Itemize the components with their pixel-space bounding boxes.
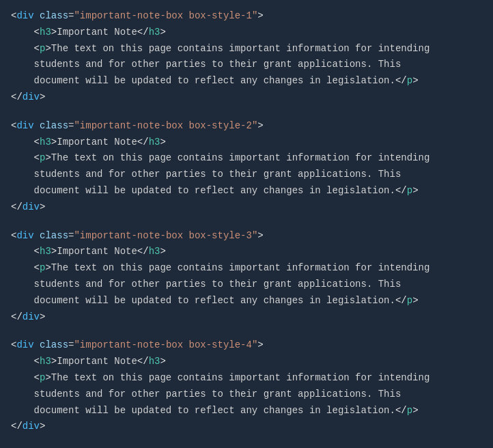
p-end-tag-3: p bbox=[407, 295, 412, 306]
div-close-line-3: </div> bbox=[11, 309, 482, 326]
h3-open-4: < bbox=[34, 356, 40, 367]
h3-close-4: > bbox=[51, 356, 57, 367]
p-end-tag-4: p bbox=[407, 405, 412, 416]
class-val-3: "important-note-box box-style-3" bbox=[74, 230, 257, 241]
p-line-1a: <p>The text on this page contains import… bbox=[11, 41, 482, 57]
p-line-2c: document will be updated to reflect any … bbox=[11, 183, 482, 199]
div-end-tag-3: div bbox=[23, 311, 40, 322]
p-text-1c: document will be updated to reflect any … bbox=[34, 75, 326, 86]
p-line-2a: <p>The text on this page contains import… bbox=[11, 150, 482, 167]
p-open-2: < bbox=[34, 152, 40, 163]
div-end-3: </ bbox=[11, 311, 23, 322]
close-bracket-3: > bbox=[257, 230, 263, 241]
class-attr-3: class bbox=[40, 230, 68, 241]
p-close-2: > bbox=[45, 152, 51, 163]
p-end-tag-2: p bbox=[407, 185, 412, 196]
class-val-4: "important-note-box box-style-4" bbox=[74, 339, 257, 350]
p-text-1a: The text on this page contains important… bbox=[51, 43, 430, 54]
close-bracket-2: > bbox=[257, 120, 263, 131]
p-line-2b: students and for other parties to their … bbox=[11, 167, 482, 183]
p-text-1b: students and for other parties to their … bbox=[34, 59, 402, 70]
legislation-1: legislation. bbox=[326, 75, 395, 86]
div-end-tag-1: div bbox=[23, 92, 40, 102]
code-block-3: <div class="important-note-box box-style… bbox=[11, 228, 482, 326]
h3-end-close-1: > bbox=[160, 27, 165, 38]
h3-end-close-2: > bbox=[160, 137, 165, 148]
p-text-4a: The text on this page contains important… bbox=[51, 372, 430, 383]
div-open-line-1: <div class="important-note-box box-style… bbox=[11, 8, 482, 25]
p-end-4: </ bbox=[395, 405, 407, 416]
h3-tag-4: h3 bbox=[40, 356, 51, 367]
class-attr-2: class bbox=[40, 120, 68, 131]
p-line-4a: <p>The text on this page contains import… bbox=[11, 370, 482, 387]
p-open-1: < bbox=[34, 43, 40, 54]
h3-end-close-4: > bbox=[160, 356, 165, 367]
p-open-3: < bbox=[34, 262, 40, 273]
h3-open-2: < bbox=[34, 137, 40, 148]
p-line-1b: students and for other parties to their … bbox=[11, 57, 482, 73]
p-end-close-3: > bbox=[412, 295, 418, 306]
p-end-3: </ bbox=[395, 295, 407, 306]
div-end-1: </ bbox=[11, 92, 23, 102]
h3-open-3: < bbox=[34, 246, 40, 257]
close-bracket-1: > bbox=[257, 10, 263, 21]
p-end-2: </ bbox=[395, 185, 407, 196]
h3-tag-2: h3 bbox=[40, 137, 51, 148]
p-text-4c: document will be updated to reflect any … bbox=[34, 405, 326, 416]
p-line-3b: students and for other parties to their … bbox=[11, 277, 482, 293]
h3-line-1: <h3>Important Note</h3> bbox=[11, 25, 482, 41]
h3-end-tag-1: h3 bbox=[149, 27, 160, 38]
p-end-1: </ bbox=[395, 75, 407, 86]
h3-end-4: </ bbox=[137, 356, 149, 367]
h3-end-1: </ bbox=[137, 27, 149, 38]
h3-end-close-3: > bbox=[160, 246, 165, 257]
p-line-4b: students and for other parties to their … bbox=[11, 387, 482, 403]
code-editor: <div class="important-note-box box-style… bbox=[11, 8, 482, 435]
p-text-4b: students and for other parties to their … bbox=[34, 389, 402, 400]
h3-tag-3: h3 bbox=[40, 246, 51, 257]
code-block-1: <div class="important-note-box box-style… bbox=[11, 8, 482, 106]
code-block-4: <div class="important-note-box box-style… bbox=[11, 337, 482, 435]
p-text-2c: document will be updated to reflect any … bbox=[34, 185, 326, 196]
div-end-4: </ bbox=[11, 421, 23, 432]
legislation-3: legislation. bbox=[326, 295, 395, 306]
p-end-close-4: > bbox=[412, 405, 418, 416]
h3-end-tag-4: h3 bbox=[149, 356, 160, 367]
div-tag-3: div bbox=[16, 230, 33, 241]
p-text-3a: The text on this page contains important… bbox=[51, 262, 430, 273]
p-end-close-2: > bbox=[412, 185, 418, 196]
legislation-4: legislation. bbox=[326, 405, 395, 416]
p-close-3: > bbox=[45, 262, 51, 273]
h3-text-4: Important Note bbox=[57, 356, 137, 367]
h3-text-1: Important Note bbox=[57, 27, 137, 38]
p-line-3a: <p>The text on this page contains import… bbox=[11, 260, 482, 277]
p-text-3c: document will be updated to reflect any … bbox=[34, 295, 326, 306]
code-block-2: <div class="important-note-box box-style… bbox=[11, 118, 482, 216]
h3-text-2: Important Note bbox=[57, 137, 137, 148]
div-open-line-4: <div class="important-note-box box-style… bbox=[11, 337, 482, 354]
h3-tag-1: h3 bbox=[40, 27, 51, 38]
div-close-line-2: </div> bbox=[11, 199, 482, 216]
p-text-2b: students and for other parties to their … bbox=[34, 169, 402, 180]
class-val-1: "important-note-box box-style-1" bbox=[74, 10, 257, 21]
h3-end-tag-3: h3 bbox=[149, 246, 160, 257]
h3-end-2: </ bbox=[137, 137, 149, 148]
h3-line-2: <h3>Important Note</h3> bbox=[11, 135, 482, 151]
p-end-close-1: > bbox=[412, 75, 418, 86]
p-close-4: > bbox=[45, 372, 51, 383]
class-val-2: "important-note-box box-style-2" bbox=[74, 120, 257, 131]
h3-open-1: < bbox=[34, 27, 40, 38]
p-line-4c: document will be updated to reflect any … bbox=[11, 403, 482, 419]
legislation-2: legislation. bbox=[326, 185, 395, 196]
p-close-1: > bbox=[45, 43, 51, 54]
div-end-2: </ bbox=[11, 201, 23, 212]
h3-line-4: <h3>Important Note</h3> bbox=[11, 354, 482, 370]
p-end-tag-1: p bbox=[407, 75, 412, 86]
div-end-close-4: > bbox=[40, 421, 45, 432]
h3-close-3: > bbox=[51, 246, 57, 257]
close-bracket-4: > bbox=[257, 339, 263, 350]
div-end-close-1: > bbox=[40, 92, 45, 102]
class-attr-1: class bbox=[40, 10, 68, 21]
div-tag-1: div bbox=[16, 10, 33, 21]
div-open-line-2: <div class="important-note-box box-style… bbox=[11, 118, 482, 135]
